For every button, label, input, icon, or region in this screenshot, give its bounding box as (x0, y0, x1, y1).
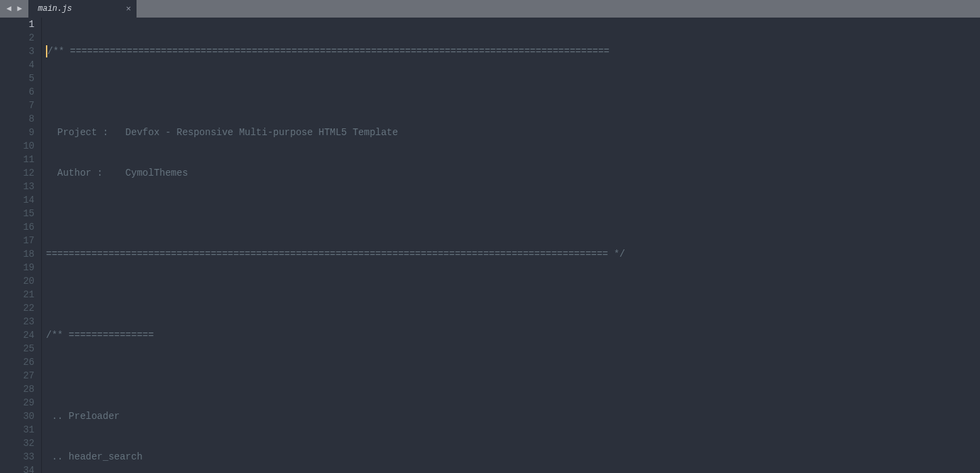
line-number[interactable]: 16 (0, 220, 34, 234)
line-number[interactable]: 5 (0, 72, 34, 85)
line-number[interactable]: 25 (0, 342, 34, 355)
line-number[interactable]: 18 (0, 247, 34, 261)
line-number[interactable]: 4 (0, 58, 34, 72)
line-number[interactable]: 32 (0, 437, 34, 450)
code-line[interactable]: Project : Devfox - Responsive Multi-purp… (46, 126, 980, 139)
code-line[interactable]: ========================================… (46, 247, 980, 261)
line-number[interactable]: 15 (0, 207, 34, 220)
tab-bar: ◀ ▶ main.js × (0, 0, 980, 18)
code-line[interactable] (46, 369, 980, 382)
line-number[interactable]: 22 (0, 301, 34, 315)
line-number[interactable]: 26 (0, 355, 34, 369)
line-number[interactable]: 27 (0, 369, 34, 382)
code-text: Author : CymolThemes (46, 166, 188, 180)
line-number[interactable]: 17 (0, 234, 34, 247)
code-text: /** ====================================… (47, 45, 610, 58)
line-number[interactable]: 29 (0, 396, 34, 409)
line-number[interactable]: 23 (0, 315, 34, 328)
code-line[interactable]: /** ====================================… (46, 45, 980, 58)
history-back-icon[interactable]: ◀ (4, 4, 14, 14)
line-number[interactable]: 12 (0, 166, 34, 180)
code-line[interactable] (46, 207, 980, 220)
line-number[interactable]: 10 (0, 139, 34, 153)
line-number[interactable]: 33 (0, 450, 34, 464)
code-text: /** =============== (46, 328, 154, 342)
tab-nav: ◀ ▶ (0, 0, 28, 18)
line-number-gutter: 1 2 3 4 5 6 7 8 9 10 11 12 13 14 15 16 1… (0, 18, 42, 473)
code-line[interactable]: Author : CymolThemes (46, 166, 980, 180)
history-forward-icon[interactable]: ▶ (15, 4, 24, 14)
line-number[interactable]: 20 (0, 274, 34, 288)
line-number[interactable]: 7 (0, 99, 34, 112)
line-number[interactable]: 31 (0, 423, 34, 437)
line-number[interactable]: 14 (0, 193, 34, 207)
editor: 1 2 3 4 5 6 7 8 9 10 11 12 13 14 15 16 1… (0, 18, 980, 473)
line-number[interactable]: 28 (0, 382, 34, 396)
line-number[interactable]: 19 (0, 261, 34, 274)
code-line[interactable]: .. header_search (46, 450, 980, 464)
file-tab[interactable]: main.js × (28, 0, 137, 18)
tab-bar-filler (137, 0, 980, 18)
line-number[interactable]: 34 (0, 464, 34, 473)
code-area[interactable]: /** ====================================… (42, 18, 980, 473)
code-text: Project : Devfox - Responsive Multi-purp… (46, 126, 398, 139)
line-number[interactable]: 1 (0, 18, 34, 31)
code-text: .. header_search (46, 450, 143, 464)
code-line[interactable] (46, 85, 980, 99)
line-number[interactable]: 2 (0, 31, 34, 45)
line-number[interactable]: 13 (0, 180, 34, 193)
line-number[interactable]: 8 (0, 112, 34, 126)
line-number[interactable]: 30 (0, 409, 34, 423)
file-tab-label: main.js (38, 4, 72, 14)
code-line[interactable] (46, 288, 980, 301)
line-number[interactable]: 21 (0, 288, 34, 301)
line-number[interactable]: 24 (0, 328, 34, 342)
line-number[interactable]: 11 (0, 153, 34, 166)
code-text: ========================================… (46, 247, 625, 261)
line-number[interactable]: 6 (0, 85, 34, 99)
line-number[interactable]: 9 (0, 126, 34, 139)
code-line[interactable]: /** =============== (46, 328, 980, 342)
line-number[interactable]: 3 (0, 45, 34, 58)
code-text: .. Preloader (46, 409, 120, 423)
close-icon[interactable]: × (126, 5, 131, 14)
code-line[interactable]: .. Preloader (46, 409, 980, 423)
